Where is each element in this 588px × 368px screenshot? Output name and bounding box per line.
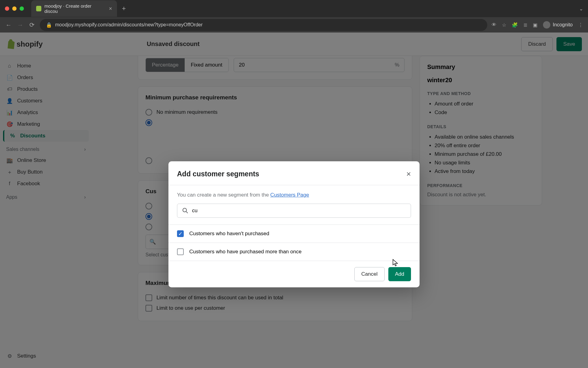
new-tab-button[interactable]: + bbox=[122, 5, 126, 13]
url-text: moodjoy.myshopify.com/admin/discounts/ne… bbox=[55, 22, 203, 28]
customers-page-link[interactable]: Customers Page bbox=[270, 192, 309, 198]
window-controls bbox=[5, 6, 24, 11]
segment-results-list: ✓ Customers who haven't purchased Custom… bbox=[168, 224, 420, 261]
window-minimize-button[interactable] bbox=[12, 6, 17, 11]
cancel-button[interactable]: Cancel bbox=[354, 267, 385, 281]
bookmark-icon[interactable]: ☆ bbox=[502, 22, 506, 28]
browser-toolbar: ← → ⟳ 🔒 moodjoy.myshopify.com/admin/disc… bbox=[0, 17, 588, 33]
modal-hint: You can create a new segment from the Cu… bbox=[177, 192, 411, 198]
browser-tab-strip: moodjoy · Create order discou × + ⌄ bbox=[0, 0, 588, 17]
back-button[interactable]: ← bbox=[5, 21, 12, 29]
lock-icon: 🔒 bbox=[46, 22, 52, 28]
tab-favicon bbox=[36, 6, 41, 11]
browser-tab[interactable]: moodjoy · Create order discou × bbox=[31, 0, 117, 17]
reading-list-icon[interactable]: ≣ bbox=[523, 22, 527, 28]
checkbox-checked-icon[interactable]: ✓ bbox=[177, 230, 184, 237]
segment-search-field[interactable] bbox=[177, 204, 411, 218]
search-icon bbox=[182, 208, 188, 214]
eye-off-icon[interactable]: 👁 bbox=[492, 22, 496, 28]
segment-result-item[interactable]: ✓ Customers who haven't purchased bbox=[168, 225, 420, 243]
window-close-button[interactable] bbox=[5, 6, 9, 11]
browser-menu-icon[interactable]: ⋮ bbox=[578, 22, 583, 28]
tab-title: moodjoy · Create order discou bbox=[44, 3, 103, 14]
segment-result-item[interactable]: Customers who have purchased more than o… bbox=[168, 243, 420, 261]
checkbox-unchecked-icon[interactable] bbox=[177, 248, 184, 255]
window-maximize-button[interactable] bbox=[20, 6, 24, 11]
segment-search-input[interactable] bbox=[192, 208, 406, 214]
incognito-badge[interactable]: Incognito bbox=[543, 21, 573, 29]
svg-point-0 bbox=[183, 208, 187, 212]
reload-button[interactable]: ⟳ bbox=[28, 21, 36, 29]
tab-close-icon[interactable]: × bbox=[109, 6, 112, 12]
add-button[interactable]: Add bbox=[388, 267, 411, 281]
tab-list-dropdown-icon[interactable]: ⌄ bbox=[579, 6, 583, 12]
incognito-icon bbox=[543, 21, 550, 29]
address-bar[interactable]: 🔒 moodjoy.myshopify.com/admin/discounts/… bbox=[40, 19, 487, 31]
add-customer-segments-modal: Add customer segments × You can create a… bbox=[168, 161, 420, 287]
close-button[interactable]: × bbox=[406, 169, 411, 179]
modal-title: Add customer segments bbox=[177, 170, 259, 178]
svg-line-1 bbox=[186, 212, 188, 213]
forward-button[interactable]: → bbox=[17, 21, 24, 29]
close-icon: × bbox=[406, 169, 411, 178]
extensions-icon[interactable]: 🧩 bbox=[512, 22, 518, 28]
side-panel-icon[interactable]: ▣ bbox=[533, 22, 537, 28]
